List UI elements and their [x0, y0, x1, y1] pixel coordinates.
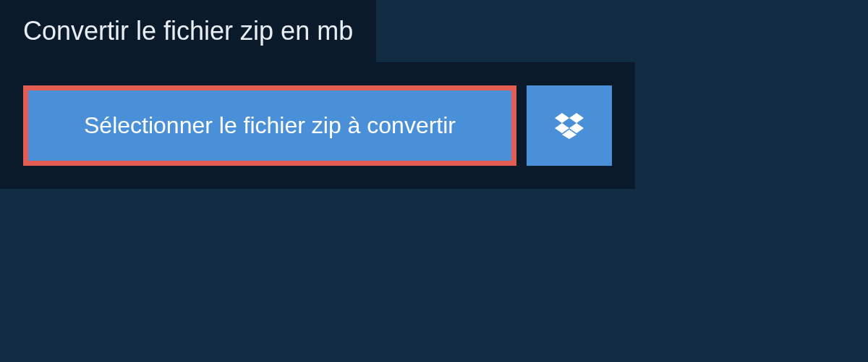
page-title: Convertir le fichier zip en mb [23, 16, 353, 46]
dropbox-button[interactable] [527, 85, 612, 166]
dropbox-icon [555, 113, 584, 139]
select-file-button[interactable]: Sélectionner le fichier zip à convertir [23, 85, 516, 166]
select-file-label: Sélectionner le fichier zip à convertir [84, 112, 456, 138]
upload-panel: Sélectionner le fichier zip à convertir [0, 62, 635, 189]
page-title-tab: Convertir le fichier zip en mb [0, 0, 376, 62]
